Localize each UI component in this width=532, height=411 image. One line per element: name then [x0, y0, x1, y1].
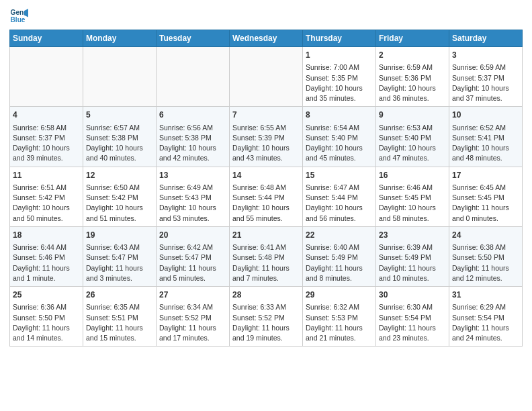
day-info: Sunrise: 6:47 AM Sunset: 5:44 PM Dayligh…: [306, 183, 373, 224]
calendar-cell: 8Sunrise: 6:54 AM Sunset: 5:40 PM Daylig…: [303, 107, 376, 167]
calendar-cell: 4Sunrise: 6:58 AM Sunset: 5:37 PM Daylig…: [10, 107, 83, 167]
day-number: 31: [452, 289, 519, 301]
day-info: Sunrise: 6:50 AM Sunset: 5:42 PM Dayligh…: [86, 183, 153, 224]
day-info: Sunrise: 6:42 AM Sunset: 5:47 PM Dayligh…: [159, 242, 226, 283]
day-number: 7: [232, 109, 300, 121]
weekday-header-saturday: Saturday: [449, 30, 523, 47]
calendar-cell: 20Sunrise: 6:42 AM Sunset: 5:47 PM Dayli…: [157, 226, 230, 286]
day-number: 24: [452, 230, 519, 241]
day-info: Sunrise: 6:30 AM Sunset: 5:54 PM Dayligh…: [379, 302, 446, 343]
weekday-header-sunday: Sunday: [10, 30, 83, 47]
calendar-cell: [83, 47, 157, 107]
calendar-cell: 2Sunrise: 6:59 AM Sunset: 5:36 PM Daylig…: [376, 47, 449, 107]
day-info: Sunrise: 6:49 AM Sunset: 5:43 PM Dayligh…: [159, 183, 226, 224]
weekday-header-thursday: Thursday: [303, 30, 376, 47]
calendar-cell: 24Sunrise: 6:38 AM Sunset: 5:50 PM Dayli…: [449, 226, 523, 286]
day-number: 14: [232, 170, 300, 181]
day-info: Sunrise: 6:32 AM Sunset: 5:53 PM Dayligh…: [306, 302, 373, 343]
day-number: 6: [159, 109, 226, 121]
day-info: Sunrise: 6:55 AM Sunset: 5:39 PM Dayligh…: [232, 123, 300, 164]
day-info: Sunrise: 6:59 AM Sunset: 5:36 PM Dayligh…: [379, 62, 446, 103]
calendar-cell: 14Sunrise: 6:48 AM Sunset: 5:44 PM Dayli…: [230, 167, 303, 226]
calendar-cell: 16Sunrise: 6:46 AM Sunset: 5:45 PM Dayli…: [376, 167, 449, 226]
day-info: Sunrise: 6:35 AM Sunset: 5:51 PM Dayligh…: [86, 302, 153, 343]
day-info: Sunrise: 6:34 AM Sunset: 5:52 PM Dayligh…: [159, 302, 226, 343]
calendar-cell: 26Sunrise: 6:35 AM Sunset: 5:51 PM Dayli…: [83, 287, 157, 347]
calendar-cell: 22Sunrise: 6:40 AM Sunset: 5:49 PM Dayli…: [303, 226, 376, 286]
day-info: Sunrise: 6:38 AM Sunset: 5:50 PM Dayligh…: [452, 242, 519, 283]
weekday-header-monday: Monday: [83, 30, 157, 47]
calendar-cell: 18Sunrise: 6:44 AM Sunset: 5:46 PM Dayli…: [10, 226, 83, 286]
day-number: 2: [379, 50, 446, 61]
calendar-week-3: 11Sunrise: 6:51 AM Sunset: 5:42 PM Dayli…: [10, 167, 523, 226]
day-number: 13: [159, 170, 226, 181]
logo-icon: General Blue: [9, 7, 28, 26]
day-number: 4: [13, 109, 80, 121]
calendar-cell: 29Sunrise: 6:32 AM Sunset: 5:53 PM Dayli…: [303, 287, 376, 347]
day-number: 21: [232, 230, 300, 241]
day-number: 12: [86, 170, 153, 181]
day-info: Sunrise: 6:29 AM Sunset: 5:54 PM Dayligh…: [452, 302, 519, 343]
day-number: 9: [379, 109, 446, 121]
calendar-cell: 27Sunrise: 6:34 AM Sunset: 5:52 PM Dayli…: [157, 287, 230, 347]
calendar-cell: [157, 47, 230, 107]
calendar-cell: 25Sunrise: 6:36 AM Sunset: 5:50 PM Dayli…: [10, 287, 83, 347]
calendar-cell: 17Sunrise: 6:45 AM Sunset: 5:45 PM Dayli…: [449, 167, 523, 226]
day-number: 17: [452, 170, 519, 181]
day-info: Sunrise: 6:45 AM Sunset: 5:45 PM Dayligh…: [452, 183, 519, 224]
calendar-cell: 11Sunrise: 6:51 AM Sunset: 5:42 PM Dayli…: [10, 167, 83, 226]
day-number: 29: [306, 289, 373, 301]
calendar-cell: 12Sunrise: 6:50 AM Sunset: 5:42 PM Dayli…: [83, 167, 157, 226]
calendar-cell: 1Sunrise: 7:00 AM Sunset: 5:35 PM Daylig…: [303, 47, 376, 107]
day-info: Sunrise: 6:53 AM Sunset: 5:40 PM Dayligh…: [379, 123, 446, 164]
day-info: Sunrise: 6:36 AM Sunset: 5:50 PM Dayligh…: [13, 302, 80, 343]
day-number: 10: [452, 109, 519, 121]
day-info: Sunrise: 6:41 AM Sunset: 5:48 PM Dayligh…: [232, 242, 300, 283]
calendar-cell: 6Sunrise: 6:56 AM Sunset: 5:38 PM Daylig…: [157, 107, 230, 167]
calendar-header-row: SundayMondayTuesdayWednesdayThursdayFrid…: [10, 30, 523, 47]
weekday-header-friday: Friday: [376, 30, 449, 47]
day-number: 28: [232, 289, 300, 301]
day-number: 16: [379, 170, 446, 181]
day-info: Sunrise: 6:48 AM Sunset: 5:44 PM Dayligh…: [232, 183, 300, 224]
day-number: 23: [379, 230, 446, 241]
day-info: Sunrise: 6:51 AM Sunset: 5:42 PM Dayligh…: [13, 183, 80, 224]
calendar-cell: 9Sunrise: 6:53 AM Sunset: 5:40 PM Daylig…: [376, 107, 449, 167]
day-number: 11: [13, 170, 80, 181]
day-number: 15: [306, 170, 373, 181]
day-number: 19: [86, 230, 153, 241]
day-info: Sunrise: 6:54 AM Sunset: 5:40 PM Dayligh…: [306, 123, 373, 164]
calendar-week-2: 4Sunrise: 6:58 AM Sunset: 5:37 PM Daylig…: [10, 107, 523, 167]
day-info: Sunrise: 6:33 AM Sunset: 5:52 PM Dayligh…: [232, 302, 300, 343]
calendar-table: SundayMondayTuesdayWednesdayThursdayFrid…: [9, 30, 523, 347]
day-number: 3: [452, 50, 519, 61]
day-info: Sunrise: 6:39 AM Sunset: 5:49 PM Dayligh…: [379, 242, 446, 283]
day-number: 25: [13, 289, 80, 301]
day-number: 8: [306, 109, 373, 121]
weekday-header-tuesday: Tuesday: [157, 30, 230, 47]
calendar-cell: 21Sunrise: 6:41 AM Sunset: 5:48 PM Dayli…: [230, 226, 303, 286]
page-header: General Blue: [9, 7, 523, 26]
calendar-cell: 10Sunrise: 6:52 AM Sunset: 5:41 PM Dayli…: [449, 107, 523, 167]
calendar-week-5: 25Sunrise: 6:36 AM Sunset: 5:50 PM Dayli…: [10, 287, 523, 347]
day-info: Sunrise: 6:57 AM Sunset: 5:38 PM Dayligh…: [86, 123, 153, 164]
day-info: Sunrise: 6:46 AM Sunset: 5:45 PM Dayligh…: [379, 183, 446, 224]
calendar-cell: 7Sunrise: 6:55 AM Sunset: 5:39 PM Daylig…: [230, 107, 303, 167]
calendar-cell: 13Sunrise: 6:49 AM Sunset: 5:43 PM Dayli…: [157, 167, 230, 226]
day-info: Sunrise: 6:58 AM Sunset: 5:37 PM Dayligh…: [13, 123, 80, 164]
calendar-cell: 28Sunrise: 6:33 AM Sunset: 5:52 PM Dayli…: [230, 287, 303, 347]
day-number: 20: [159, 230, 226, 241]
day-number: 27: [159, 289, 226, 301]
day-info: Sunrise: 6:59 AM Sunset: 5:37 PM Dayligh…: [452, 62, 519, 103]
calendar-cell: 5Sunrise: 6:57 AM Sunset: 5:38 PM Daylig…: [83, 107, 157, 167]
calendar-cell: [230, 47, 303, 107]
day-number: 5: [86, 109, 153, 121]
calendar-cell: 30Sunrise: 6:30 AM Sunset: 5:54 PM Dayli…: [376, 287, 449, 347]
day-number: 30: [379, 289, 446, 301]
day-info: Sunrise: 7:00 AM Sunset: 5:35 PM Dayligh…: [306, 62, 373, 103]
svg-text:Blue: Blue: [11, 16, 26, 24]
calendar-cell: 31Sunrise: 6:29 AM Sunset: 5:54 PM Dayli…: [449, 287, 523, 347]
day-info: Sunrise: 6:52 AM Sunset: 5:41 PM Dayligh…: [452, 123, 519, 164]
calendar-cell: 19Sunrise: 6:43 AM Sunset: 5:47 PM Dayli…: [83, 226, 157, 286]
calendar-cell: 3Sunrise: 6:59 AM Sunset: 5:37 PM Daylig…: [449, 47, 523, 107]
